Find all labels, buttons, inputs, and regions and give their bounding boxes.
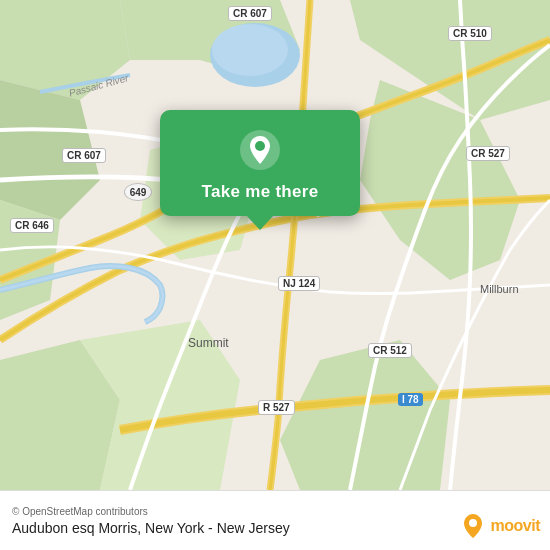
road-label-cr510: CR 510 [448, 26, 492, 41]
svg-point-14 [255, 141, 265, 151]
road-label-cr527: CR 527 [466, 146, 510, 161]
svg-point-15 [469, 519, 477, 527]
road-label-nj124: NJ 124 [278, 276, 320, 291]
bottom-bar: © OpenStreetMap contributors Audubon esq… [0, 490, 550, 550]
take-me-there-button[interactable]: Take me there [202, 182, 319, 202]
road-label-cr607-left: CR 607 [62, 148, 106, 163]
map-container: CR 607 CR 510 CR 607 649 CR 646 CR 527 N… [0, 0, 550, 490]
moovit-pin-icon [459, 512, 487, 540]
moovit-text: moovit [491, 517, 540, 535]
road-label-cr607-top: CR 607 [228, 6, 272, 21]
location-pin-icon [238, 128, 282, 172]
tooltip-card: Take me there [160, 110, 360, 216]
road-label-cr512: CR 512 [368, 343, 412, 358]
road-label-cr646: CR 646 [10, 218, 54, 233]
millburn-label: Millburn [480, 283, 519, 295]
road-label-i78: I 78 [398, 393, 423, 406]
road-label-r527-bot: R 527 [258, 400, 295, 415]
road-label-649: 649 [124, 183, 152, 201]
moovit-logo: moovit [459, 512, 540, 540]
svg-point-12 [212, 24, 288, 76]
summit-label: Summit [188, 336, 229, 350]
map-background [0, 0, 550, 490]
